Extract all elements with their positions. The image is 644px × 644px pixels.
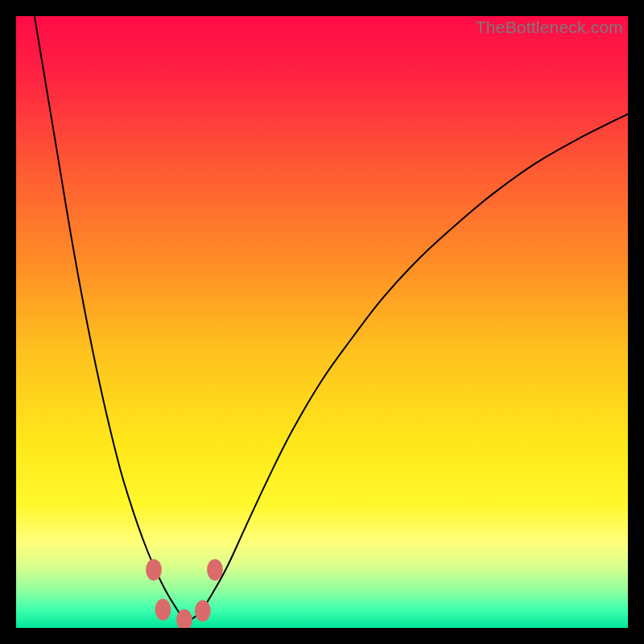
marker-point-4 xyxy=(207,559,223,580)
watermark-text: TheBottleneck.com xyxy=(476,18,623,37)
marker-point-3 xyxy=(195,600,211,621)
bottleneck-chart xyxy=(16,16,628,628)
chart-frame: TheBottleneck.com xyxy=(16,16,628,628)
marker-point-0 xyxy=(146,559,162,580)
marker-point-1 xyxy=(155,599,171,621)
chart-background xyxy=(16,16,628,628)
